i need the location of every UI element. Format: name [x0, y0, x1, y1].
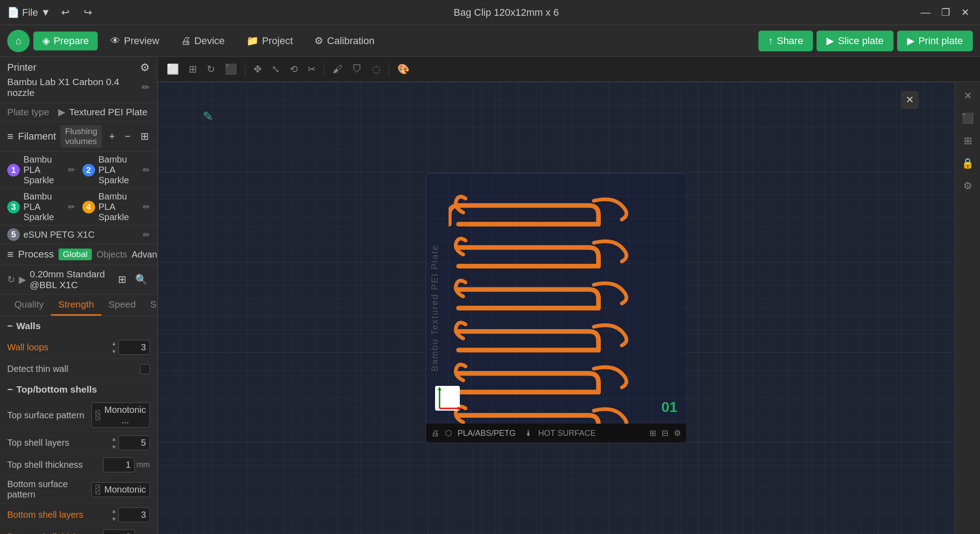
vp-seam-button[interactable]: ◌: [368, 62, 384, 77]
bottom-shell-layers-input[interactable]: 3: [118, 507, 150, 522]
top-shell-layers-input[interactable]: 5: [118, 435, 150, 450]
add-filament-button[interactable]: +: [106, 130, 118, 143]
preview-button[interactable]: 👁 Preview: [101, 32, 168, 50]
printer-section-header[interactable]: Printer ⚙: [7, 61, 150, 74]
settings-panel-button[interactable]: ⚙: [957, 176, 978, 196]
project-label: Project: [262, 35, 293, 47]
main-layout: Printer ⚙ Bambu Lab X1 Carbon 0.4 nozzle…: [0, 57, 980, 534]
vp-support-button[interactable]: ⛉: [349, 62, 366, 77]
restore-button[interactable]: ❐: [938, 5, 954, 20]
lock-panel-button[interactable]: 🔒: [957, 153, 978, 174]
slice-plate-label: Slice plate: [838, 35, 884, 47]
tab-quality[interactable]: Quality: [7, 294, 51, 316]
process-header: ≡ Process Global Objects Advance ⊞ ⚙: [0, 244, 157, 265]
filament-link-1[interactable]: ✏: [68, 165, 75, 175]
preset-name[interactable]: 0.20mm Standard @BBL X1C: [30, 269, 112, 290]
bottom-surface-pattern-dropdown[interactable]: Monotonic: [91, 482, 150, 497]
remove-filament-button[interactable]: −: [122, 130, 133, 143]
objects-badge[interactable]: Objects: [96, 249, 127, 260]
bottom-shell-layers-arrows[interactable]: [111, 507, 117, 523]
filament-link-4[interactable]: ✏: [143, 202, 150, 212]
bottom-shell-layers-row: Bottom shell layers 3: [0, 503, 157, 526]
filament-section-icon: ≡: [7, 130, 14, 143]
top-nav: ⌂ ◈ Prepare 👁 Preview 🖨 Device 📁 Project…: [0, 25, 980, 57]
vp-move-button[interactable]: ✥: [250, 62, 265, 77]
top-shell-layers-arrows[interactable]: [111, 434, 117, 451]
bottom-pattern-icon: [95, 484, 100, 494]
top-surface-pattern-row: Top surface pattern Monotonic ...: [0, 399, 157, 431]
print-plate-label: Print plate: [918, 35, 963, 47]
close-button[interactable]: ✕: [957, 5, 973, 20]
object-panel-button[interactable]: ⊞: [957, 131, 978, 151]
calibration-icon: ⚙: [314, 35, 323, 47]
grid-icon: ⊟: [662, 428, 668, 438]
prepare-label: Prepare: [54, 35, 89, 47]
flushing-badge[interactable]: Flushing volumes: [60, 125, 102, 148]
layer-panel-button[interactable]: ⬛: [957, 108, 978, 129]
minimize-button[interactable]: —: [917, 5, 934, 20]
printer-settings-icon[interactable]: ⚙: [140, 61, 150, 74]
filament-copy-button[interactable]: ⊞: [138, 130, 151, 143]
filament-num-1: 1: [7, 164, 20, 176]
layout-icon: ⊞: [649, 428, 656, 438]
vp-layout-button[interactable]: ⬛: [221, 62, 240, 77]
hot-surface-label: HOT SURFACE: [538, 429, 596, 438]
top-shell-layers-label: Top shell layers: [7, 438, 111, 448]
preset-search-button[interactable]: 🔍: [132, 273, 150, 286]
home-button[interactable]: ⌂: [7, 30, 30, 52]
shells-toggle-icon[interactable]: −: [7, 384, 13, 395]
close-panel-button[interactable]: ✕: [957, 86, 978, 106]
prepare-button[interactable]: ◈ Prepare: [33, 32, 98, 50]
vp-multicolor-button[interactable]: 🎨: [394, 62, 413, 77]
vp-cut-button[interactable]: ✂: [304, 62, 319, 77]
vp-3d-button[interactable]: ⬜: [163, 62, 182, 77]
viewport-close-button[interactable]: ✕: [901, 91, 919, 109]
filament-name-4: Bambu PLA Sparkle: [99, 191, 140, 222]
printer-section: Printer ⚙ Bambu Lab X1 Carbon 0.4 nozzle…: [0, 57, 157, 103]
print-icon: ▶: [907, 35, 915, 47]
window-title: Bag Clip 120x12mm x 6: [95, 7, 917, 18]
file-label: File: [22, 7, 38, 18]
print-plate-button[interactable]: ▶ Print plate: [897, 31, 973, 51]
wall-loops-input[interactable]: 3: [118, 340, 150, 355]
bottom-surface-pattern-label: Bottom surface pattern: [7, 479, 91, 500]
top-surface-pattern-dropdown[interactable]: Monotonic ...: [91, 403, 150, 428]
bottom-surface-pattern-value: Monotonic: [104, 484, 146, 495]
undo-button[interactable]: ↩: [58, 5, 73, 20]
vp-grid-button[interactable]: ⊞: [185, 62, 200, 77]
slice-plate-button[interactable]: ▶ Slice plate: [817, 31, 894, 51]
device-button[interactable]: 🖨 Device: [172, 32, 234, 50]
vp-rotate-button[interactable]: ↻: [203, 62, 218, 77]
calibration-label: Calibration: [327, 35, 374, 47]
calibration-button[interactable]: ⚙ Calibration: [305, 32, 383, 50]
filament-link-2[interactable]: ✏: [143, 165, 150, 175]
tab-strength[interactable]: Strength: [51, 294, 101, 316]
viewport: ✎ Bambu Textured PEI Plate: [158, 82, 980, 534]
vp-paint-button[interactable]: 🖌: [329, 62, 346, 77]
vp-scale-button[interactable]: ⤡: [268, 62, 283, 77]
printer-edit-icon[interactable]: ✏: [142, 82, 150, 93]
global-badge[interactable]: Global: [59, 249, 92, 260]
share-button[interactable]: ↑ Share: [758, 31, 813, 51]
page-number: 01: [661, 399, 677, 416]
wall-loops-label: Wall loops: [7, 342, 111, 353]
vp-rotate2-button[interactable]: ⟲: [286, 62, 301, 77]
filament-link-5[interactable]: ✏: [143, 230, 150, 240]
project-button[interactable]: 📁 Project: [237, 32, 302, 50]
filament-link-3[interactable]: ✏: [68, 202, 75, 212]
wall-loops-arrows[interactable]: [111, 339, 117, 355]
detect-thin-wall-checkbox[interactable]: [140, 364, 150, 374]
tab-support[interactable]: Support: [143, 294, 158, 316]
bottom-shell-thickness-input[interactable]: 0: [103, 529, 135, 534]
walls-toggle-icon[interactable]: −: [7, 321, 13, 331]
vp-separator-3: [389, 63, 389, 76]
top-shell-thickness-input[interactable]: 1: [103, 457, 135, 472]
tab-speed[interactable]: Speed: [101, 294, 143, 316]
file-menu[interactable]: 📄 File ▼: [7, 7, 50, 18]
preset-copy-button[interactable]: ⊞: [115, 273, 129, 286]
edit-icon[interactable]: ✎: [203, 109, 213, 124]
canvas-area[interactable]: ✎ Bambu Textured PEI Plate: [158, 82, 955, 534]
material-icon-status: ⬡: [445, 428, 452, 438]
redo-button[interactable]: ↪: [80, 5, 95, 20]
plate-type-value[interactable]: Textured PEI Plate: [69, 107, 147, 118]
